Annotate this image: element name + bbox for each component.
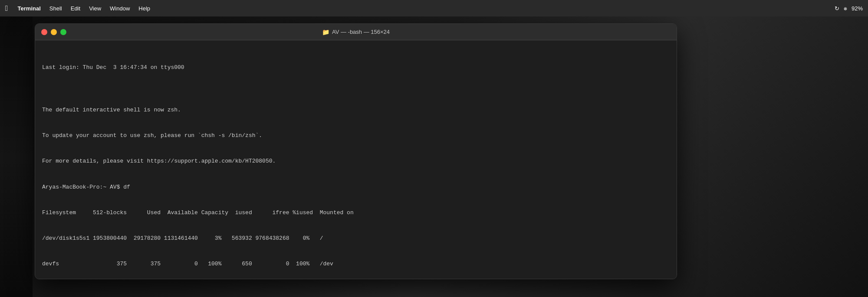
terminal-line-3: The default interactive shell is now zsh… (42, 106, 670, 114)
menubar-bluetooth-icon: ⎈ (844, 5, 847, 12)
terminal-line-7: Filesystem 512-blocks Used Available Cap… (42, 209, 670, 217)
apple-menu-icon[interactable]:  (5, 4, 8, 13)
terminal-line-6: Aryas-MacBook-Pro:~ AV$ df (42, 183, 670, 192)
folder-icon: 📁 (322, 29, 329, 36)
terminal-line-4: To update your account to use zsh, pleas… (42, 131, 670, 140)
terminal-titlebar: 📁 AV — -bash — 156×24 (35, 24, 677, 40)
maximize-button[interactable] (60, 29, 66, 35)
menubar-help[interactable]: Help (135, 4, 154, 13)
menubar-items: Terminal Shell Edit View Window Help (14, 4, 154, 13)
menubar-window[interactable]: Window (106, 4, 133, 13)
desktop-background: 📁 AV — -bash — 156×24 Last login: Thu De… (0, 16, 868, 297)
terminal-window: 📁 AV — -bash — 156×24 Last login: Thu De… (35, 23, 677, 279)
menubar-terminal[interactable]: Terminal (14, 4, 44, 13)
terminal-line-1: Last login: Thu Dec 3 16:47:34 on ttys00… (42, 63, 670, 72)
close-button[interactable] (41, 29, 47, 35)
menubar-battery: 92% (852, 5, 863, 12)
window-controls (41, 29, 66, 35)
terminal-line-8: /dev/disk1s5s1 1953800440 29178280 11314… (42, 234, 670, 243)
menubar-right: ↻ ⎈ 92% (835, 5, 863, 12)
window-title: AV — -bash — 156×24 (332, 29, 390, 35)
menubar-edit[interactable]: Edit (67, 4, 84, 13)
minimize-button[interactable] (51, 29, 57, 35)
menubar-recents-icon: ↻ (835, 5, 839, 12)
menubar:  Terminal Shell Edit View Window Help ↻… (0, 0, 868, 16)
left-edge-graphic (0, 16, 33, 297)
terminal-content[interactable]: Last login: Thu Dec 3 16:47:34 on ttys00… (35, 40, 677, 279)
menubar-view[interactable]: View (85, 4, 105, 13)
menubar-shell[interactable]: Shell (46, 4, 66, 13)
window-title-area: 📁 AV — -bash — 156×24 (322, 29, 390, 36)
terminal-line-9: devfs 375 375 0 100% 650 0 100% /dev (42, 260, 670, 268)
terminal-line-5: For more details, please visit https://s… (42, 157, 670, 166)
